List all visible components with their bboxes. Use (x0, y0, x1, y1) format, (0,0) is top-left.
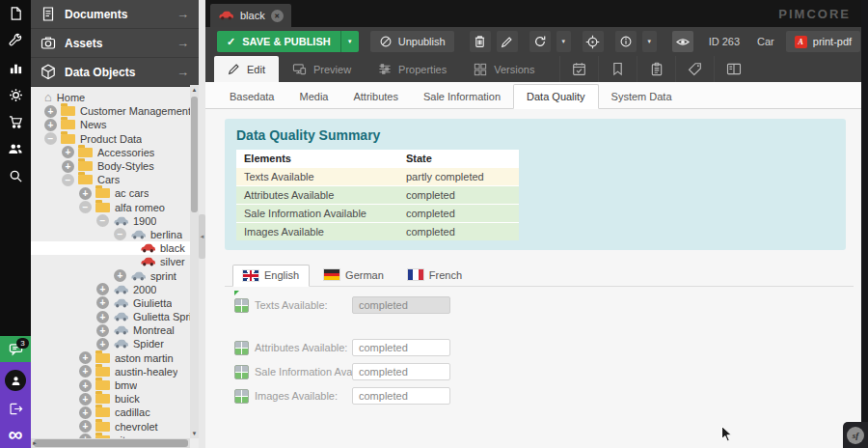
field-input[interactable]: completed (352, 363, 450, 380)
save-options-caret[interactable]: ▼ (340, 31, 359, 52)
tab-basedata[interactable]: Basedata (217, 85, 286, 108)
scrollbar-thumb[interactable] (34, 439, 188, 447)
expand-icon[interactable]: + (79, 420, 92, 433)
expand-icon[interactable]: + (79, 187, 92, 200)
expand-icon[interactable]: + (62, 146, 74, 158)
tree-item-customer-management[interactable]: +Customer Management (31, 104, 190, 118)
tree-item-accessories[interactable]: +Accessories (31, 146, 190, 159)
tree-item-product-data[interactable]: −Product Data (31, 132, 190, 146)
tab-edit[interactable]: Edit (214, 56, 279, 82)
tab-media[interactable]: Media (286, 85, 340, 108)
sidebar-section-documents[interactable]: Documents → (31, 0, 199, 29)
close-icon[interactable]: ✕ (271, 10, 284, 22)
locate-in-tree-button[interactable] (583, 31, 604, 52)
tree-item-cars[interactable]: −Cars (31, 173, 190, 186)
tree-item-montreal[interactable]: +Montreal (31, 323, 190, 337)
notifications-button[interactable]: 3 (0, 336, 31, 362)
tree-item-giulietta[interactable]: +Giulietta (31, 296, 190, 310)
print-pdf-button[interactable]: A print-pdf (786, 31, 860, 52)
tree-item-austin-healey[interactable]: +austin-healey (31, 365, 190, 378)
search-icon[interactable] (0, 162, 31, 189)
expand-icon[interactable]: + (62, 160, 74, 173)
tab-reports[interactable] (637, 56, 675, 82)
tree-item-2000[interactable]: +2000 (31, 283, 190, 296)
expand-icon[interactable]: + (79, 351, 92, 364)
tab-notes[interactable] (598, 56, 637, 82)
tree-vertical-scrollbar[interactable]: ▲ ▼ (190, 85, 199, 438)
open-tab-black[interactable]: black ✕ (210, 4, 291, 27)
expand-icon[interactable]: + (79, 379, 92, 392)
tree-item-gulietta-sprint-specia[interactable]: +Gulietta Sprint Specia (31, 310, 190, 323)
users-icon[interactable] (0, 135, 31, 162)
tree-item-home[interactable]: ⌂Home (31, 91, 190, 104)
delete-button[interactable] (470, 31, 491, 52)
expand-icon[interactable]: + (79, 393, 92, 406)
pimcore-infinity-icon[interactable]: ∞ (9, 427, 23, 442)
language-tab-english[interactable]: English (232, 265, 310, 287)
scroll-right-icon[interactable]: ► (31, 440, 39, 446)
info-options-caret[interactable]: ▼ (642, 31, 657, 52)
bar-chart-icon[interactable] (0, 54, 31, 81)
arrow-right-icon[interactable]: → (176, 36, 189, 50)
tree-item-buick[interactable]: +buick (31, 392, 190, 406)
unpublish-button[interactable]: Unpublish (370, 31, 454, 52)
sidebar-section-assets[interactable]: Assets → (31, 29, 199, 58)
gear-icon[interactable] (0, 81, 31, 108)
user-avatar-icon[interactable] (5, 370, 26, 391)
field-input[interactable]: completed (352, 339, 450, 356)
expand-icon[interactable]: + (79, 406, 92, 419)
tree-item-berlina[interactable]: −berlina (31, 228, 190, 241)
save-and-publish-button[interactable]: ✓SAVE & PUBLISH ▼ (217, 31, 359, 52)
panel-splitter[interactable]: ◄ (199, 0, 205, 448)
tree-item-chevrolet[interactable]: +chevrolet (31, 420, 190, 434)
tab-preview[interactable]: Preview (279, 56, 365, 82)
expand-icon[interactable]: + (44, 119, 57, 131)
tree-item-sprint[interactable]: +sprint (31, 268, 190, 282)
tab-workflow[interactable] (714, 56, 752, 82)
tree-horizontal-scrollbar[interactable]: ► (31, 438, 190, 448)
collapse-icon[interactable]: − (62, 174, 74, 186)
expand-icon[interactable]: + (96, 338, 109, 350)
collapse-icon[interactable]: − (79, 201, 92, 213)
reload-options-caret[interactable]: ▼ (556, 31, 571, 52)
tree-item-bmw[interactable]: +bmw (31, 378, 190, 392)
arrow-right-icon[interactable]: → (176, 65, 189, 79)
tab-sale-information[interactable]: Sale Information (411, 85, 513, 108)
rename-button[interactable] (497, 31, 518, 52)
tab-schedule[interactable] (559, 56, 598, 82)
sidebar-section-data-objects[interactable]: Data Objects → (31, 58, 199, 87)
tab-data-quality[interactable]: Data Quality (513, 84, 599, 109)
tree-item-alfa-romeo[interactable]: −alfa romeo (31, 201, 190, 214)
scrollbar-thumb[interactable] (191, 97, 198, 212)
tab-properties[interactable]: Properties (365, 56, 460, 82)
expand-icon[interactable]: + (96, 283, 109, 295)
tab-system-data[interactable]: System Data (599, 85, 685, 108)
tab-attributes[interactable]: Attributes (340, 85, 410, 108)
expand-icon[interactable]: + (96, 311, 109, 323)
tab-versions[interactable]: Versions (460, 56, 548, 82)
collapse-icon[interactable]: − (96, 214, 109, 227)
info-button[interactable] (615, 31, 637, 52)
tree-item-spider[interactable]: +Spider (31, 337, 190, 350)
expand-icon[interactable]: + (44, 105, 57, 118)
language-tab-french[interactable]: French (398, 265, 472, 286)
expand-icon[interactable]: + (96, 324, 109, 337)
tree-item-body-styles[interactable]: +Body-Styles (31, 159, 190, 173)
tree-item-1900[interactable]: −1900 (31, 214, 190, 228)
field-input[interactable]: completed (352, 387, 450, 405)
scroll-down-icon[interactable]: ▼ (190, 431, 199, 436)
expand-icon[interactable]: + (79, 365, 92, 378)
tree-item-aston-martin[interactable]: +aston martin (31, 351, 190, 365)
scroll-up-icon[interactable]: ▲ (190, 87, 199, 93)
tree-item-silver[interactable]: silver (31, 255, 190, 268)
logout-icon[interactable] (9, 402, 23, 416)
tree-item-cadillac[interactable]: +cadillac (31, 406, 190, 419)
reload-button[interactable] (529, 31, 551, 52)
wrench-icon[interactable] (0, 27, 31, 54)
tab-tags[interactable] (675, 56, 714, 82)
cart-icon[interactable] (0, 108, 31, 135)
expand-icon[interactable]: + (96, 296, 109, 309)
tree-item-news[interactable]: +News (31, 118, 190, 131)
tree-item-ac-cars[interactable]: +ac cars (31, 186, 190, 200)
expand-icon[interactable]: + (114, 269, 126, 282)
